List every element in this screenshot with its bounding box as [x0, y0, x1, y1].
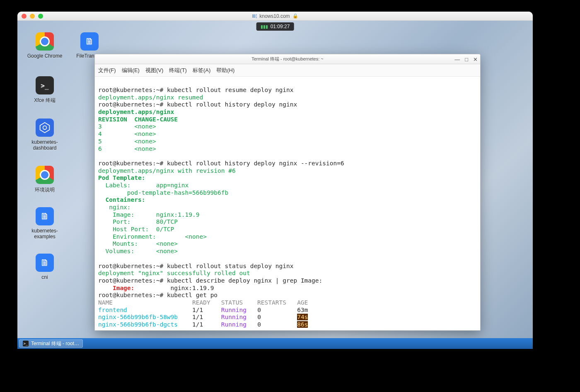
output-line: pod-template-hash=566b99b6fb — [98, 189, 228, 196]
svg-point-1 — [43, 126, 47, 130]
browser-window: ⊞¦ knows10.com 🔒 ▮▮▮ 01:09:27 Google Chr… — [17, 12, 533, 349]
prompt: root@kubernetes:~# — [98, 87, 167, 93]
terminal-menubar: 文件(F) 编辑(E) 视图(V) 终端(T) 标签(A) 帮助(H) — [95, 64, 480, 77]
lock-icon: 🔒 — [292, 13, 298, 19]
taskbar[interactable]: >_ Terminal 终端 - root… — [17, 338, 533, 349]
grep-match-key: Image: — [98, 285, 134, 291]
pod-name: nginx-566b99b6fb-dgcts — [98, 321, 185, 328]
command: kubectl describe deploy nginx | grep Ima… — [167, 277, 322, 284]
terminal-output[interactable]: root@kubernetes:~# kubectl rollout resum… — [95, 77, 480, 330]
prompt: root@kubernetes:~# — [98, 277, 167, 284]
pod-restarts: 0 — [247, 321, 297, 328]
terminal-window[interactable]: Terminal 终端 - root@kubernetes: ~ — □ ✕ 文… — [94, 54, 481, 331]
desktop-icon-label: cni — [41, 274, 48, 280]
kubernetes-icon — [36, 119, 54, 137]
zoom-window-button[interactable] — [38, 14, 43, 19]
pod-status: Running — [221, 314, 247, 320]
output-line: Image: nginx:1.19.9 — [98, 211, 199, 218]
output-line: Port: 80/TCP — [98, 218, 178, 225]
pod-restarts: 0 — [247, 307, 294, 313]
terminal-window-controls: — □ ✕ — [454, 54, 478, 64]
pod-status: Running — [221, 321, 247, 328]
output-line: deployment.apps/nginx — [98, 109, 178, 115]
output-line: Volumes: <none> — [98, 248, 178, 254]
terminal-maximize-button[interactable]: □ — [465, 57, 468, 62]
pod-age: 86s — [297, 321, 308, 328]
command: kubectl rollout history deploy nginx — [167, 101, 297, 108]
grep-match-value: nginx:1.19.9 — [134, 285, 214, 291]
traffic-lights — [22, 14, 43, 19]
menu-help[interactable]: 帮助(H) — [216, 67, 234, 74]
terminal-minimize-button[interactable]: — — [454, 57, 460, 62]
terminal-titlebar[interactable]: Terminal 终端 - root@kubernetes: ~ — □ ✕ — [95, 54, 480, 64]
desktop-icon-label: 环境说明 — [35, 186, 55, 194]
pod-status: Running — [221, 307, 247, 313]
output-line: deployment.apps/nginx resumed — [98, 94, 203, 101]
minimize-window-button[interactable] — [30, 14, 35, 19]
taskbar-item-terminal[interactable]: >_ Terminal 终端 - root… — [19, 339, 83, 348]
desktop-icon-label: Google Chrome — [27, 53, 63, 59]
close-window-button[interactable] — [22, 14, 27, 19]
prompt: root@kubernetes:~# — [98, 292, 167, 298]
prompt: root@kubernetes:~# — [98, 101, 167, 108]
folder-icon: 🗎 — [80, 32, 99, 51]
pod-restarts: 0 — [247, 314, 297, 320]
output-line: Containers: — [98, 196, 145, 203]
svg-marker-0 — [40, 123, 50, 133]
pod-ready: 1/1 — [185, 307, 221, 313]
browser-url: ⊞¦ knows10.com 🔒 — [252, 13, 298, 19]
command: kubectl rollout status deploy nginx — [167, 263, 294, 269]
url-text: knows10.com — [259, 13, 290, 19]
terminal-title: Terminal 终端 - root@kubernetes: ~ — [251, 56, 323, 62]
command: kubectl rollout resume deploy nginx — [167, 87, 294, 93]
desktop-icon-env-desc[interactable]: 环境说明 — [24, 166, 65, 194]
output-line: Pod Template: — [98, 174, 145, 181]
desktop-icon-xfce-terminal[interactable]: >_ Xfce 终端 — [24, 76, 65, 104]
pod-age: 63m — [293, 307, 308, 313]
output-line: deployment.apps/nginx with revision #6 — [98, 167, 236, 174]
desktop-icon-chrome[interactable]: Google Chrome — [24, 32, 65, 59]
revision-row: 5 <none> — [98, 138, 156, 145]
desktop-icon-cni[interactable]: 🗎 cni — [24, 254, 65, 280]
desktop-icon-label: Xfce 终端 — [34, 97, 55, 104]
chrome-icon — [36, 166, 54, 184]
revision-row: 4 <none> — [98, 131, 156, 137]
menu-file[interactable]: 文件(F) — [98, 67, 116, 74]
menu-terminal[interactable]: 终端(T) — [169, 67, 187, 74]
output-line: Labels: app=nginx — [98, 182, 188, 189]
prompt: root@kubernetes:~# — [98, 160, 167, 167]
terminal-icon: >_ — [23, 341, 29, 346]
menu-view[interactable]: 视图(V) — [145, 67, 163, 74]
pod-name: nginx-566b99b6fb-58w9b — [98, 314, 185, 320]
pod-header: NAME READY STATUS RESTARTS AGE — [98, 299, 308, 306]
command: kubectl rollout history deploy nginx --r… — [167, 160, 344, 167]
output-line: nginx: — [98, 204, 131, 211]
revision-row: 3 <none> — [98, 123, 156, 130]
browser-titlebar: ⊞¦ knows10.com 🔒 — [17, 12, 533, 21]
desktop-icon-label: kubernetes-dashboard — [24, 139, 65, 151]
desktop-icon-kubernetes-dashboard[interactable]: kubernetes-dashboard — [24, 119, 65, 151]
menu-edit[interactable]: 编辑(E) — [122, 67, 140, 74]
output-line: Environment: <none> — [98, 233, 207, 240]
taskbar-item-label: Terminal 终端 - root… — [31, 340, 79, 347]
folder-icon: 🗎 — [36, 254, 54, 272]
folder-icon: 🗎 — [36, 207, 54, 225]
menu-tabs[interactable]: 标签(A) — [193, 67, 210, 74]
revision-row: 6 <none> — [98, 145, 156, 152]
output-header: REVISION CHANGE-CAUSE — [98, 116, 178, 123]
desktop-icon-kubernetes-examples[interactable]: 🗎 kubernetes-examples — [24, 207, 65, 240]
pod-ready: 1/1 — [185, 321, 221, 328]
remote-desktop[interactable]: Google Chrome 🗎 FileTransfer >_ Xfce 终端 … — [17, 21, 533, 338]
pod-name: frontend — [98, 307, 185, 313]
chrome-icon — [36, 32, 54, 51]
site-settings-icon: ⊞¦ — [252, 13, 257, 19]
desktop-icon-label: kubernetes-examples — [24, 228, 65, 240]
output-line: deployment "nginx" successfully rolled o… — [98, 270, 250, 276]
pod-ready: 1/1 — [185, 314, 221, 320]
prompt: root@kubernetes:~# — [98, 263, 167, 269]
command: kubectl get po — [167, 292, 218, 298]
output-line: Mounts: <none> — [98, 240, 178, 247]
output-line: Host Port: 0/TCP — [98, 226, 174, 232]
pod-age: 74s — [297, 314, 308, 320]
terminal-close-button[interactable]: ✕ — [473, 57, 478, 62]
